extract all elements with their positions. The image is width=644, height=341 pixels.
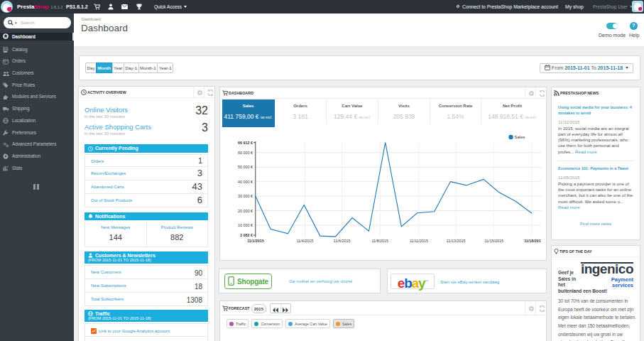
svg-text:66 912 €: 66 912 €	[238, 141, 253, 145]
svg-text:11/4/2015: 11/4/2015	[297, 239, 314, 243]
svg-text:40 000 €: 40 000 €	[238, 180, 253, 184]
svg-text:11/6/2015: 11/6/2015	[334, 239, 351, 243]
svg-text:30 000 €: 30 000 €	[238, 194, 253, 198]
svg-text:50 000 €: 50 000 €	[238, 165, 253, 169]
svg-text:20 000 €: 20 000 €	[238, 209, 253, 213]
svg-text:Sales: Sales	[515, 135, 525, 139]
svg-text:3 082 €: 3 082 €	[240, 233, 253, 237]
svg-text:11/15/2015: 11/15/2015	[485, 239, 504, 243]
svg-text:11/13/2015: 11/13/2015	[447, 239, 466, 243]
svg-text:11/8/2015: 11/8/2015	[372, 239, 389, 243]
svg-text:11/1/2015: 11/1/2015	[247, 239, 264, 243]
svg-text:11/18/201: 11/18/201	[524, 239, 541, 243]
svg-text:60 000 €: 60 000 €	[238, 151, 253, 155]
svg-text:10 000 €: 10 000 €	[238, 223, 253, 227]
svg-text:11/11/2015: 11/11/2015	[410, 239, 428, 243]
